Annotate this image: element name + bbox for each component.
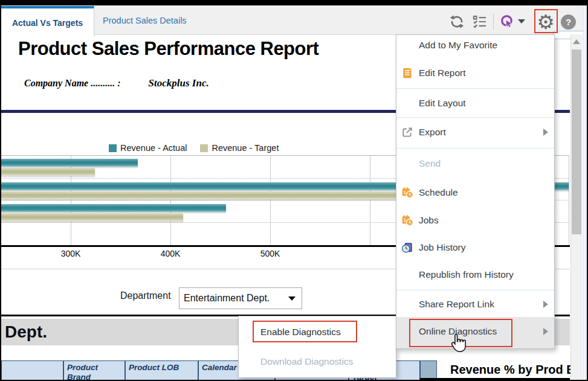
menu-item-label: Send <box>419 158 441 169</box>
department-select-value: Entertainment Dept. <box>184 293 270 304</box>
app-window: Actual Vs Targets Product Sales Details … <box>0 0 588 381</box>
tab-product-sales-details[interactable]: Product Sales Details <box>95 6 212 34</box>
bar-revenue-target <box>0 213 183 221</box>
red-annotation-enable-diagnostics <box>253 321 357 342</box>
submenu-arrow-icon <box>543 301 548 308</box>
menu-item-send: Send <box>396 150 554 178</box>
table-header-cell <box>1 360 63 381</box>
menu-item-label: Republish from History <box>419 269 514 280</box>
dept-section-title: Dept. <box>5 322 47 342</box>
menu-item-export[interactable]: Export <box>396 118 554 146</box>
scrollbar-thumb[interactable] <box>572 50 581 234</box>
scrollbar-up-arrow[interactable] <box>573 39 580 44</box>
submenu-arrow-icon <box>543 328 548 335</box>
menu-item-edit-layout[interactable]: Edit Layout <box>396 89 554 117</box>
select-caret-icon <box>288 296 296 301</box>
svg-text:1: 1 <box>404 217 406 223</box>
svg-text:1: 1 <box>404 190 406 195</box>
menu-item-label: Share Report Link <box>419 299 494 310</box>
menu-item-schedule[interactable]: 1Schedule <box>396 179 554 207</box>
menu-item-label: Edit Layout <box>419 98 466 109</box>
menu-item-label: Jobs <box>419 215 439 226</box>
x-axis-tick-label: 300K <box>51 249 90 258</box>
help-icon[interactable]: ? <box>561 14 576 30</box>
menu-item-label: Job History <box>419 242 466 253</box>
menu-item-label: Edit Report <box>419 68 466 78</box>
menu-item-label: Export <box>419 127 446 138</box>
tab-actual-vs-targets[interactable]: Actual Vs Targets <box>1 6 94 37</box>
bar-revenue-actual <box>0 159 138 167</box>
right-chart-title: Revenue % by Prod Br <box>450 363 577 377</box>
table-header-cell: Product Brand <box>63 360 125 381</box>
hand-cursor <box>448 332 469 357</box>
x-axis-tick-label: 500K <box>251 249 289 258</box>
guided-nav-icon[interactable] <box>499 14 515 30</box>
menu-item-label: Add to My Favorite <box>419 40 497 51</box>
export-icon <box>401 126 413 138</box>
menu-separator <box>396 148 554 149</box>
red-annotation-gear <box>534 9 558 33</box>
gear-menu: Add to My FavoriteEdit ReportEdit Layout… <box>396 34 555 349</box>
x-axis-tick-label: 400K <box>151 249 190 258</box>
checklist-icon[interactable] <box>473 14 487 29</box>
frame-top <box>0 0 588 5</box>
menu-item-label: Schedule <box>419 187 458 198</box>
table-header-cell: Product LOB <box>125 360 198 381</box>
department-select[interactable]: Entertainment Dept. <box>179 287 302 309</box>
menu-item-add-to-my-favorite[interactable]: Add to My Favorite <box>396 31 554 59</box>
menu-separator <box>396 88 554 89</box>
bar-revenue-target <box>0 168 95 176</box>
menu-item-jobs[interactable]: 1Jobs <box>396 207 554 234</box>
menu-item-edit-report[interactable]: Edit Report <box>396 59 554 87</box>
frame-left <box>0 0 1 381</box>
jobs-icon: 1 <box>401 214 413 226</box>
edit-report-icon <box>401 67 413 79</box>
plot-right-border <box>569 155 569 246</box>
department-label: Department <box>120 290 171 301</box>
schedule-icon: 1 <box>401 187 413 199</box>
dropdown-caret-icon[interactable] <box>518 19 525 24</box>
submenu-item-label: Download Diagnostics <box>260 356 353 367</box>
help-glyph: ? <box>561 14 576 30</box>
toolbar-divider <box>493 13 494 30</box>
submenu-arrow-icon <box>543 129 548 136</box>
menu-item-republish-from-history[interactable]: Republish from History <box>396 261 554 289</box>
refresh-icon[interactable] <box>449 14 465 30</box>
submenu-item-download-diagnostics: Download Diagnostics <box>239 350 396 374</box>
menu-item-share-report-link[interactable]: Share Report Link <box>396 290 554 318</box>
menu-item-job-history[interactable]: Job History <box>396 234 554 261</box>
bar-revenue-actual <box>0 204 226 212</box>
job-history-icon <box>401 242 413 254</box>
menu-separator <box>396 117 554 118</box>
